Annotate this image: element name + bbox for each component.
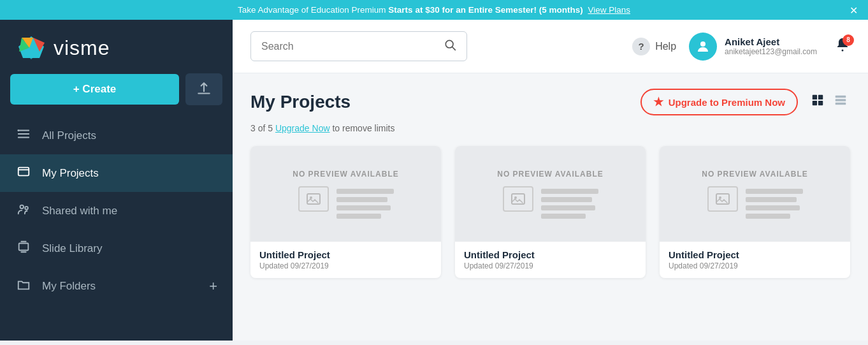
svg-line-12 — [452, 47, 456, 50]
table-row[interactable]: NO PREVIEW AVAILABLE — [455, 146, 646, 278]
sidebar-item-all-projects[interactable]: All Projects — [0, 117, 233, 154]
text-line — [541, 189, 598, 194]
banner-close-button[interactable]: ✕ — [850, 4, 858, 16]
svg-rect-19 — [835, 96, 846, 98]
svg-point-9 — [25, 207, 28, 210]
preview-placeholder-3 — [707, 186, 803, 219]
upgrade-premium-button[interactable]: ★ Upgrade to Premium Now — [640, 89, 798, 115]
slide-library-icon — [15, 240, 32, 257]
banner-view-plans-link[interactable]: View Plans — [588, 5, 630, 15]
avatar — [689, 33, 717, 61]
preview-placeholder-1 — [298, 186, 394, 219]
slide-library-label: Slide Library — [42, 242, 103, 255]
search-icon[interactable] — [444, 38, 456, 54]
svg-point-14 — [842, 49, 844, 51]
projects-header: My Projects ★ Upgrade to Premium Now — [250, 89, 850, 115]
svg-rect-17 — [813, 101, 817, 105]
text-placeholder-3 — [746, 186, 803, 219]
svg-rect-5 — [198, 92, 210, 94]
visme-logo-text: visme — [54, 36, 110, 60]
notification-button[interactable]: 8 — [835, 37, 850, 56]
search-bar[interactable] — [250, 31, 467, 61]
card-date-2: Updated 09/27/2019 — [464, 261, 637, 270]
help-circle-icon: ? — [632, 38, 650, 55]
user-email: aniketajeet123@gmail.com — [725, 47, 817, 56]
svg-rect-20 — [835, 99, 846, 101]
text-line — [541, 214, 586, 219]
no-preview-label-2: NO PREVIEW AVAILABLE — [497, 170, 603, 179]
text-line — [746, 205, 800, 210]
project-grid: NO PREVIEW AVAILABLE — [250, 146, 850, 278]
text-line — [746, 214, 790, 219]
upgrade-now-link[interactable]: Upgrade Now — [275, 123, 330, 133]
user-name: Aniket Ajeet — [725, 36, 817, 47]
svg-rect-7 — [18, 168, 29, 176]
sidebar-item-slide-library[interactable]: Slide Library — [0, 230, 233, 267]
main-content: ? Help Aniket Ajeet aniketajeet123@gmail… — [233, 20, 868, 341]
sidebar-item-shared-with-me[interactable]: Shared with me — [0, 192, 233, 230]
projects-count: 3 of 5 — [250, 123, 273, 133]
all-projects-label: All Projects — [42, 129, 96, 142]
image-placeholder-icon-3 — [707, 186, 738, 212]
no-preview-label-1: NO PREVIEW AVAILABLE — [293, 170, 398, 179]
sidebar-actions: + Create — [0, 73, 233, 117]
upgrade-btn-label: Upgrade to Premium Now — [669, 97, 785, 108]
card-preview-2: NO PREVIEW AVAILABLE — [455, 146, 646, 242]
image-placeholder-icon-1 — [298, 186, 329, 212]
table-row[interactable]: NO PREVIEW AVAILABLE — [250, 146, 441, 278]
upload-button[interactable] — [185, 73, 222, 105]
projects-meta: 3 of 5 Upgrade Now to remove limits — [250, 123, 850, 133]
svg-point-13 — [700, 41, 705, 47]
svg-rect-10 — [19, 244, 29, 251]
help-label: Help — [655, 41, 676, 52]
all-projects-icon — [15, 127, 32, 144]
notification-badge: 8 — [843, 34, 854, 46]
banner-text: Take Advantage of Education Premium Star… — [238, 5, 630, 15]
add-folder-button[interactable]: + — [209, 278, 217, 295]
card-info-3: Untitled Project Updated 09/27/2019 — [660, 242, 850, 278]
card-preview-1: NO PREVIEW AVAILABLE — [250, 146, 441, 242]
star-icon: ★ — [653, 95, 663, 109]
table-row[interactable]: NO PREVIEW AVAILABLE — [660, 146, 850, 278]
sidebar-nav: All Projects My Projects Shared with me … — [0, 117, 233, 341]
limit-text-label: to remove limits — [332, 123, 394, 133]
list-view-button[interactable] — [831, 91, 850, 114]
projects-area: My Projects ★ Upgrade to Premium Now 3 o… — [233, 73, 868, 341]
logo-area: visme — [0, 20, 233, 73]
card-title-2: Untitled Project — [464, 249, 637, 260]
my-projects-label: My Projects — [42, 167, 99, 180]
text-line — [336, 189, 394, 194]
folders-icon — [15, 277, 32, 295]
card-preview-3: NO PREVIEW AVAILABLE — [660, 146, 850, 242]
text-line — [541, 197, 592, 202]
page-title: My Projects — [250, 92, 640, 112]
text-line — [746, 197, 797, 202]
text-line — [336, 205, 391, 210]
card-info-2: Untitled Project Updated 09/27/2019 — [455, 242, 646, 278]
create-button[interactable]: + Create — [10, 74, 179, 105]
search-input[interactable] — [261, 41, 444, 52]
help-button[interactable]: ? Help — [632, 38, 676, 55]
grid-view-button[interactable] — [808, 91, 827, 114]
sidebar-item-my-folders[interactable]: My Folders + — [0, 267, 233, 305]
svg-rect-16 — [818, 95, 823, 99]
sidebar: visme + Create All Projects — [0, 20, 233, 341]
visme-logo-icon — [15, 34, 47, 62]
svg-rect-15 — [813, 95, 817, 99]
upload-icon — [196, 81, 212, 98]
my-folders-label: My Folders — [42, 280, 96, 293]
my-projects-icon — [15, 165, 32, 182]
image-placeholder-icon-2 — [503, 186, 533, 212]
svg-rect-18 — [818, 101, 823, 105]
card-title-1: Untitled Project — [259, 249, 432, 260]
main-header: ? Help Aniket Ajeet aniketajeet123@gmail… — [233, 20, 868, 73]
text-placeholder-1 — [336, 186, 394, 219]
user-profile[interactable]: Aniket Ajeet aniketajeet123@gmail.com — [689, 33, 817, 61]
shared-icon — [15, 202, 32, 219]
sidebar-item-my-projects[interactable]: My Projects — [0, 154, 233, 192]
no-preview-label-3: NO PREVIEW AVAILABLE — [702, 170, 807, 179]
text-placeholder-2 — [541, 186, 598, 219]
user-details: Aniket Ajeet aniketajeet123@gmail.com — [725, 36, 817, 56]
card-title-3: Untitled Project — [669, 249, 841, 260]
promo-banner: Take Advantage of Education Premium Star… — [0, 0, 868, 20]
